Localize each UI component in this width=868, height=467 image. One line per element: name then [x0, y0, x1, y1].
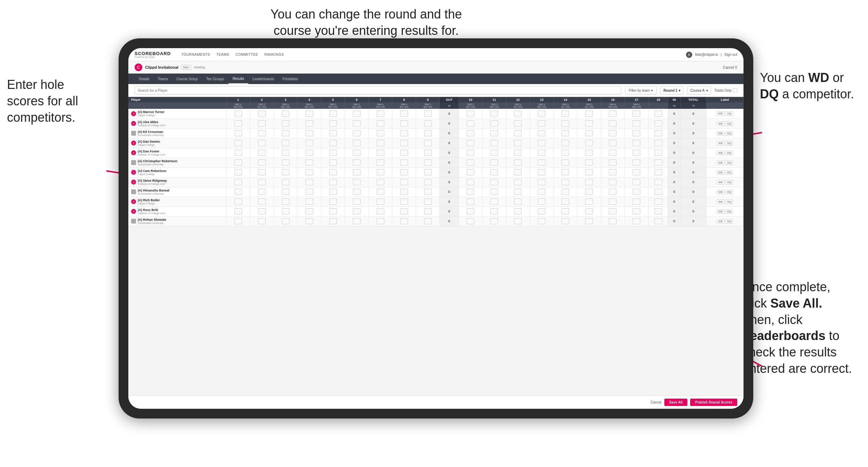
- score-input-hole-7[interactable]: [377, 120, 384, 127]
- score-input-hole-3[interactable]: [282, 120, 289, 127]
- score-input-hole-15[interactable]: [585, 130, 593, 136]
- score-cell-hole-13[interactable]: [530, 206, 553, 216]
- score-cell-hole-1[interactable]: [226, 148, 250, 158]
- score-input-hole-18[interactable]: [655, 179, 662, 185]
- score-input-hole-18[interactable]: [655, 198, 662, 205]
- score-cell-hole-11[interactable]: [482, 206, 506, 216]
- score-cell-hole-7[interactable]: [369, 187, 392, 197]
- score-cell-hole-14[interactable]: [553, 119, 577, 128]
- wd-button[interactable]: WD: [717, 131, 725, 136]
- score-input-hole-17[interactable]: [633, 169, 640, 175]
- score-cell-hole-18[interactable]: [648, 109, 668, 119]
- score-input-hole-14[interactable]: [561, 208, 569, 214]
- score-cell-hole-17[interactable]: [625, 197, 648, 206]
- score-cell-hole-8[interactable]: [392, 119, 416, 128]
- score-cell-hole-13[interactable]: [530, 109, 553, 119]
- score-cell-hole-18[interactable]: [648, 177, 668, 187]
- score-cell-hole-14[interactable]: [553, 128, 577, 138]
- score-input-hole-4[interactable]: [305, 159, 313, 166]
- score-input-hole-8[interactable]: [400, 159, 408, 166]
- score-cell-hole-18[interactable]: [648, 138, 668, 148]
- dq-button[interactable]: DQ: [725, 219, 733, 224]
- score-cell-hole-14[interactable]: [553, 158, 577, 167]
- score-cell-hole-6[interactable]: [345, 187, 369, 197]
- score-cell-hole-2[interactable]: [250, 216, 274, 226]
- score-input-hole-18[interactable]: [655, 140, 662, 146]
- score-cell-hole-8[interactable]: [392, 187, 416, 197]
- score-cell-hole-4[interactable]: [297, 158, 321, 167]
- score-cell-hole-2[interactable]: [250, 109, 274, 119]
- score-input-hole-10[interactable]: [467, 208, 474, 214]
- score-cell-hole-16[interactable]: [601, 148, 625, 158]
- score-cell-hole-14[interactable]: [553, 187, 577, 197]
- wd-button[interactable]: WD: [717, 160, 725, 165]
- score-cell-hole-11[interactable]: [482, 148, 506, 158]
- score-input-hole-9[interactable]: [424, 169, 432, 175]
- score-cell-hole-11[interactable]: [482, 158, 506, 167]
- score-input-hole-1[interactable]: [234, 198, 242, 205]
- score-cell-hole-18[interactable]: [648, 197, 668, 206]
- score-cell-hole-18[interactable]: [648, 216, 668, 226]
- score-input-hole-12[interactable]: [514, 150, 522, 156]
- score-input-hole-15[interactable]: [585, 111, 593, 117]
- score-cell-hole-2[interactable]: [250, 138, 274, 148]
- score-cell-hole-1[interactable]: [226, 206, 250, 216]
- score-cell-hole-3[interactable]: [274, 177, 297, 187]
- dq-button[interactable]: DQ: [725, 131, 733, 136]
- score-cell-hole-7[interactable]: [369, 128, 392, 138]
- publish-round-scores-button[interactable]: Publish Round Scores: [690, 399, 737, 406]
- score-cell-hole-3[interactable]: [274, 167, 297, 177]
- score-input-hole-2[interactable]: [258, 218, 266, 224]
- score-cell-hole-2[interactable]: [250, 167, 274, 177]
- score-input-hole-9[interactable]: [424, 218, 432, 224]
- score-cell-hole-4[interactable]: [297, 197, 321, 206]
- score-cell-hole-10[interactable]: [459, 216, 482, 226]
- score-input-hole-8[interactable]: [400, 189, 408, 195]
- score-input-hole-16[interactable]: [609, 189, 617, 195]
- score-cell-hole-18[interactable]: [648, 158, 668, 167]
- score-cell-hole-11[interactable]: [482, 119, 506, 128]
- score-input-hole-7[interactable]: [377, 111, 384, 117]
- score-cell-hole-4[interactable]: [297, 216, 321, 226]
- score-input-hole-4[interactable]: [305, 208, 313, 214]
- score-input-hole-9[interactable]: [424, 208, 432, 214]
- score-input-hole-4[interactable]: [305, 198, 313, 205]
- wd-button[interactable]: WD: [717, 190, 725, 194]
- score-input-hole-2[interactable]: [258, 198, 266, 205]
- score-cell-hole-8[interactable]: [392, 177, 416, 187]
- score-input-hole-2[interactable]: [258, 169, 266, 175]
- score-input-hole-17[interactable]: [633, 198, 640, 205]
- score-input-hole-4[interactable]: [305, 120, 313, 127]
- tab-teams[interactable]: Teams: [154, 74, 172, 84]
- score-input-hole-17[interactable]: [633, 140, 640, 146]
- score-input-hole-11[interactable]: [490, 189, 498, 195]
- dq-button[interactable]: DQ: [725, 151, 733, 155]
- score-input-hole-10[interactable]: [467, 189, 474, 195]
- score-cell-hole-13[interactable]: [530, 128, 553, 138]
- score-input-hole-15[interactable]: [585, 120, 593, 127]
- score-input-hole-3[interactable]: [282, 208, 289, 214]
- score-input-hole-6[interactable]: [353, 198, 361, 205]
- score-input-hole-1[interactable]: [234, 150, 242, 156]
- score-cell-hole-9[interactable]: [416, 197, 440, 206]
- score-cell-hole-13[interactable]: [530, 119, 553, 128]
- score-cell-hole-3[interactable]: [274, 158, 297, 167]
- score-cell-hole-2[interactable]: [250, 177, 274, 187]
- score-input-hole-13[interactable]: [538, 159, 545, 166]
- score-input-hole-8[interactable]: [400, 130, 408, 136]
- dq-button[interactable]: DQ: [725, 121, 733, 126]
- dq-button[interactable]: DQ: [725, 199, 733, 204]
- score-input-hole-4[interactable]: [305, 189, 313, 195]
- score-input-hole-10[interactable]: [467, 218, 474, 224]
- score-input-hole-10[interactable]: [467, 169, 474, 175]
- score-input-hole-6[interactable]: [353, 189, 361, 195]
- wd-button[interactable]: WD: [717, 170, 725, 175]
- score-input-hole-17[interactable]: [633, 120, 640, 127]
- score-cell-hole-16[interactable]: [601, 167, 625, 177]
- score-input-hole-18[interactable]: [655, 189, 662, 195]
- score-input-hole-15[interactable]: [585, 208, 593, 214]
- score-cell-hole-17[interactable]: [625, 158, 648, 167]
- score-input-hole-10[interactable]: [467, 130, 474, 136]
- score-cell-hole-7[interactable]: [369, 197, 392, 206]
- score-cell-hole-8[interactable]: [392, 206, 416, 216]
